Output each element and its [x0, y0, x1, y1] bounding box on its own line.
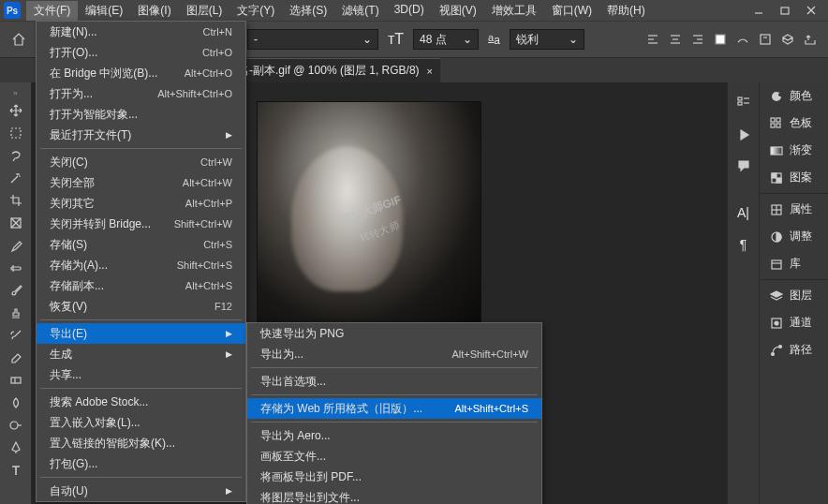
- panel-props[interactable]: 属性: [760, 196, 828, 223]
- pen-tool[interactable]: [4, 437, 28, 458]
- history-brush-tool[interactable]: [4, 325, 28, 346]
- menu-entry[interactable]: 存储(S)Ctrl+S: [37, 234, 245, 255]
- brush-tool[interactable]: [4, 280, 28, 301]
- eraser-tool[interactable]: [4, 348, 28, 368]
- maximize-button[interactable]: [772, 0, 798, 21]
- menu-entry[interactable]: 存储副本...Alt+Ctrl+S: [37, 275, 245, 296]
- marquee-tool[interactable]: [4, 123, 28, 143]
- panel-label: 属性: [790, 201, 812, 217]
- menu-item-7[interactable]: 3D(D): [387, 1, 432, 21]
- menu-item-11[interactable]: 帮助(H): [599, 1, 653, 21]
- align-right-button[interactable]: [688, 29, 708, 50]
- crop-tool[interactable]: [4, 190, 28, 211]
- close-button[interactable]: [798, 0, 824, 21]
- panel-channels[interactable]: 通道: [760, 309, 828, 336]
- share-icon[interactable]: [800, 29, 821, 50]
- dodge-tool[interactable]: [4, 415, 28, 436]
- svg-rect-13: [716, 35, 725, 44]
- toolbar-expand-icon[interactable]: »: [4, 87, 28, 98]
- menu-item-0[interactable]: 文件(F): [26, 1, 78, 21]
- menu-entry[interactable]: 打开为...Alt+Shift+Ctrl+O: [37, 83, 245, 104]
- align-center-button[interactable]: [665, 29, 686, 50]
- panel-layers[interactable]: 图层: [760, 282, 828, 309]
- menu-entry[interactable]: 存储为 Web 所用格式（旧版）...Alt+Shift+Ctrl+S: [247, 398, 541, 419]
- menu-entry[interactable]: 关闭全部Alt+Ctrl+W: [37, 172, 245, 193]
- panel-pattern[interactable]: 图案: [760, 164, 828, 191]
- menu-item-1[interactable]: 编辑(E): [78, 1, 130, 21]
- healing-tool[interactable]: [4, 258, 28, 278]
- tab-close-icon[interactable]: ×: [427, 66, 433, 77]
- menu-entry[interactable]: 导出首选项...: [247, 371, 541, 392]
- menu-entry[interactable]: 关闭并转到 Bridge...Shift+Ctrl+W: [37, 214, 245, 234]
- menu-entry[interactable]: 共享...: [37, 364, 245, 385]
- menu-entry[interactable]: 导出为 Aero...: [247, 425, 541, 446]
- layers-icon: [769, 289, 784, 304]
- menu-entry[interactable]: 最近打开文件(T)▶: [37, 125, 245, 145]
- document-tab[interactable]: 名-副本.gif @ 100% (图层 1, RGB/8) ×: [230, 58, 440, 82]
- panel-palette[interactable]: 颜色: [760, 82, 828, 110]
- move-tool[interactable]: [4, 100, 28, 121]
- minimize-button[interactable]: [746, 0, 772, 21]
- menu-entry[interactable]: 将画板导出到 PDF...: [247, 467, 541, 487]
- rail-para-icon[interactable]: ¶: [728, 229, 759, 260]
- menu-entry[interactable]: 存储为(A)...Shift+Ctrl+S: [37, 255, 245, 275]
- menu-entry[interactable]: 导出(E)▶: [37, 323, 245, 344]
- menu-item-9[interactable]: 增效工具: [484, 1, 544, 21]
- char-panel-button[interactable]: [755, 29, 776, 50]
- panel-label: 渐变: [790, 142, 812, 158]
- rail-history-icon[interactable]: [728, 86, 759, 118]
- antialias-field[interactable]: 锐利⌄: [510, 29, 584, 50]
- menu-item-4[interactable]: 文字(Y): [229, 1, 282, 21]
- menu-item-2[interactable]: 图像(I): [130, 1, 178, 21]
- rail-char-icon[interactable]: A|: [728, 197, 759, 229]
- gradient-tool[interactable]: [4, 370, 28, 391]
- svg-rect-34: [771, 147, 782, 155]
- menu-entry[interactable]: 搜索 Adobe Stock...: [37, 392, 245, 412]
- menu-entry[interactable]: 置入链接的智能对象(K)...: [37, 433, 245, 453]
- gradient-icon: [769, 143, 784, 158]
- menu-entry[interactable]: 生成▶: [37, 344, 245, 364]
- font-size-field[interactable]: 48 点⌄: [413, 29, 479, 50]
- blur-tool[interactable]: [4, 393, 28, 413]
- panel-paths[interactable]: 路径: [760, 336, 828, 363]
- menu-item-10[interactable]: 窗口(W): [544, 1, 599, 21]
- align-left-button[interactable]: [643, 29, 663, 50]
- menu-entry[interactable]: 关闭(C)Ctrl+W: [37, 152, 245, 172]
- app-logo: Ps: [4, 2, 21, 19]
- text-color-swatch[interactable]: [710, 29, 731, 50]
- font-weight-field[interactable]: -⌄: [247, 29, 378, 50]
- wand-tool[interactable]: [4, 168, 28, 188]
- home-icon[interactable]: [7, 28, 30, 51]
- rail-play-icon[interactable]: [728, 118, 759, 150]
- menu-entry[interactable]: 将图层导出到文件...: [247, 487, 541, 504]
- panel-gradient[interactable]: 渐变: [760, 137, 828, 164]
- menu-item-8[interactable]: 视图(V): [432, 1, 484, 21]
- menu-entry[interactable]: 关闭其它Alt+Ctrl+P: [37, 193, 245, 214]
- rail-comment-icon[interactable]: [728, 150, 759, 182]
- lasso-tool[interactable]: [4, 145, 28, 166]
- type-tool[interactable]: [4, 460, 28, 481]
- svg-rect-1: [781, 7, 789, 14]
- menu-entry[interactable]: 在 Bridge 中浏览(B)...Alt+Ctrl+O: [37, 63, 245, 83]
- frame-tool[interactable]: [4, 213, 28, 233]
- stamp-tool[interactable]: [4, 303, 28, 323]
- menu-item-5[interactable]: 选择(S): [282, 1, 334, 21]
- view3d-button[interactable]: [777, 29, 798, 50]
- menu-entry[interactable]: 置入嵌入对象(L)...: [37, 412, 245, 433]
- menu-entry[interactable]: 自动(U)▶: [37, 481, 245, 501]
- panel-swatches[interactable]: 色板: [760, 110, 828, 137]
- menu-item-6[interactable]: 滤镜(T): [334, 1, 386, 21]
- panel-lib[interactable]: 库: [760, 250, 828, 277]
- panels-column: 颜色色板渐变图案属性调整库图层通道路径: [759, 82, 828, 504]
- canvas[interactable]: 转转大师GIF 转转大师: [257, 101, 481, 326]
- menu-entry[interactable]: 新建(N)...Ctrl+N: [37, 22, 245, 42]
- menu-item-3[interactable]: 图层(L): [179, 1, 230, 21]
- menu-entry[interactable]: 画板至文件...: [247, 446, 541, 467]
- panel-adjust[interactable]: 调整: [760, 223, 828, 250]
- warp-text-button[interactable]: [732, 29, 753, 50]
- menu-entry[interactable]: 导出为...Alt+Shift+Ctrl+W: [247, 344, 541, 364]
- eyedropper-tool[interactable]: [4, 235, 28, 256]
- menu-entry[interactable]: 打开为智能对象...: [37, 104, 245, 125]
- menu-entry[interactable]: 打开(O)...Ctrl+O: [37, 42, 245, 63]
- menu-entry[interactable]: 快速导出为 PNG: [247, 323, 541, 344]
